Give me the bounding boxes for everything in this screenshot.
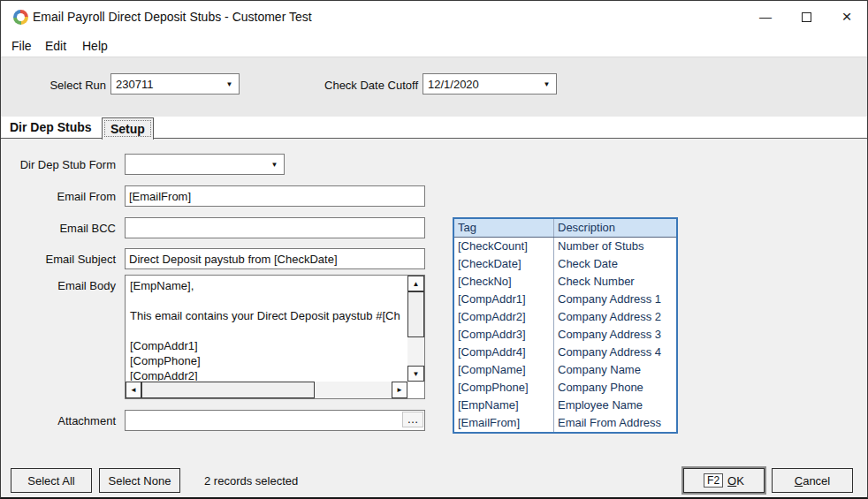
description-cell: Company Name xyxy=(554,361,676,379)
description-cell: Company Address 1 xyxy=(554,291,676,308)
select-run-value: 230711 xyxy=(116,78,153,91)
browse-ellipsis-button[interactable]: … xyxy=(402,412,423,427)
check-date-cutoff-value: 12/1/2020 xyxy=(428,78,479,91)
email-from-label: Email From xyxy=(1,190,116,203)
select-run-label: Select Run xyxy=(1,79,106,92)
records-selected-status: 2 records selected xyxy=(204,474,298,488)
vertical-scroll-thumb[interactable] xyxy=(407,291,424,337)
email-from-field[interactable] xyxy=(125,185,425,207)
chevron-down-icon: ▼ xyxy=(221,75,238,93)
horizontal-scrollbar[interactable]: ◄ ► xyxy=(126,382,407,398)
cancel-button-label: Cancel xyxy=(795,474,830,488)
email-bcc-field[interactable] xyxy=(125,217,425,238)
stub-form-label: Dir Dep Stub Form xyxy=(1,158,116,171)
chevron-down-icon: ▼ xyxy=(538,75,555,93)
table-row[interactable]: [CheckNo]Check Number xyxy=(454,273,676,291)
tag-table: Tag Description [CheckCount]Number of St… xyxy=(453,217,678,434)
email-body-text: [EmpName], This email contains your Dire… xyxy=(126,276,407,381)
email-bcc-label: Email BCC xyxy=(1,222,116,235)
app-logo-icon xyxy=(13,10,28,25)
title-bar: Email Payroll Direct Deposit Stubs - Cus… xyxy=(1,1,867,33)
tag-cell: [CheckCount] xyxy=(454,238,554,255)
select-all-button[interactable]: Select All xyxy=(11,468,92,493)
check-date-cutoff-dropdown[interactable]: 12/1/2020 ▼ xyxy=(423,73,557,95)
window-title: Email Payroll Direct Deposit Stubs - Cus… xyxy=(33,10,312,24)
description-column-header[interactable]: Description xyxy=(554,219,676,237)
close-icon[interactable]: × xyxy=(826,1,867,33)
scroll-up-icon[interactable]: ▲ xyxy=(407,276,424,291)
attachment-label: Attachment xyxy=(1,414,116,427)
tag-column-header[interactable]: Tag xyxy=(454,219,554,237)
email-body-field[interactable]: [EmpName], This email contains your Dire… xyxy=(125,275,425,399)
description-cell: Email From Address xyxy=(554,414,676,432)
email-subject-label: Email Subject xyxy=(1,253,116,266)
menu-bar: File Edit Help xyxy=(1,33,867,57)
description-cell: Check Number xyxy=(554,273,676,291)
tag-table-body: [CheckCount]Number of Stubs[CheckDate]Ch… xyxy=(454,238,676,432)
description-cell: Company Address 3 xyxy=(554,326,676,344)
tag-cell: [CompAddr3] xyxy=(454,326,554,344)
check-date-cutoff-label: Check Date Cutoff xyxy=(266,79,418,92)
scroll-left-icon[interactable]: ◄ xyxy=(126,382,141,398)
menu-file[interactable]: File xyxy=(8,37,35,55)
attachment-field-wrap: … xyxy=(125,410,425,431)
description-cell: Employee Name xyxy=(554,397,676,414)
table-row[interactable]: [CompPhone]Company Phone xyxy=(454,379,676,397)
stub-form-dropdown[interactable]: ▼ xyxy=(125,154,285,175)
table-row[interactable]: [CompAddr1]Company Address 1 xyxy=(454,291,676,308)
tag-cell: [CompAddr2] xyxy=(454,308,554,326)
ok-button[interactable]: F2 OK xyxy=(683,468,765,493)
maximize-icon[interactable] xyxy=(786,1,826,33)
scroll-right-icon[interactable]: ► xyxy=(392,382,407,398)
email-subject-field[interactable] xyxy=(125,248,425,269)
tag-cell: [CompPhone] xyxy=(454,379,554,397)
ok-button-ring: F2 OK xyxy=(681,466,766,495)
tag-cell: [EmailFrom] xyxy=(454,414,554,432)
tag-table-header: Tag Description xyxy=(454,219,676,238)
tab-strip: Dir Dep Stubs Setup xyxy=(1,117,867,139)
table-row[interactable]: [CompName]Company Name xyxy=(454,361,676,379)
tag-cell: [CompAddr1] xyxy=(454,291,554,308)
table-row[interactable]: [EmailFrom]Email From Address xyxy=(454,414,676,432)
select-run-dropdown[interactable]: 230711 ▼ xyxy=(110,73,240,95)
minimize-icon[interactable]: — xyxy=(745,1,786,33)
app-window: Email Payroll Direct Deposit Stubs - Cus… xyxy=(0,0,868,499)
ok-button-label: OK xyxy=(727,474,744,488)
cancel-button[interactable]: Cancel xyxy=(772,468,853,493)
chevron-down-icon: ▼ xyxy=(266,155,283,173)
scroll-down-icon[interactable]: ▼ xyxy=(407,366,424,382)
window-controls: — × xyxy=(745,1,867,33)
tab-setup[interactable]: Setup xyxy=(102,117,154,140)
tab-dir-dep-stubs[interactable]: Dir Dep Stubs xyxy=(10,120,92,134)
tag-cell: [CheckDate] xyxy=(454,255,554,273)
table-row[interactable]: [CompAddr2]Company Address 2 xyxy=(454,308,676,326)
table-row[interactable]: [CompAddr4]Company Address 4 xyxy=(454,344,676,361)
description-cell: Check Date xyxy=(554,255,676,273)
tag-cell: [CompName] xyxy=(454,361,554,379)
description-cell: Company Address 4 xyxy=(554,344,676,361)
table-row[interactable]: [CompAddr3]Company Address 3 xyxy=(454,326,676,344)
tag-cell: [EmpName] xyxy=(454,397,554,414)
table-row[interactable]: [EmpName]Employee Name xyxy=(454,397,676,414)
vertical-scrollbar[interactable]: ▲ ▼ xyxy=(407,276,424,382)
horizontal-scroll-thumb[interactable] xyxy=(141,382,315,398)
description-cell: Number of Stubs xyxy=(554,238,676,255)
select-none-button[interactable]: Select None xyxy=(99,468,180,493)
description-cell: Company Phone xyxy=(554,379,676,397)
email-body-label: Email Body xyxy=(1,279,116,292)
tag-cell: [CompAddr4] xyxy=(454,344,554,361)
menu-edit[interactable]: Edit xyxy=(42,37,70,55)
table-row[interactable]: [CheckCount]Number of Stubs xyxy=(454,238,676,255)
attachment-field[interactable] xyxy=(125,410,425,431)
tag-cell: [CheckNo] xyxy=(454,273,554,291)
f2-key-badge: F2 xyxy=(704,473,723,488)
menu-help[interactable]: Help xyxy=(79,37,111,55)
description-cell: Company Address 2 xyxy=(554,308,676,326)
table-row[interactable]: [CheckDate]Check Date xyxy=(454,255,676,273)
